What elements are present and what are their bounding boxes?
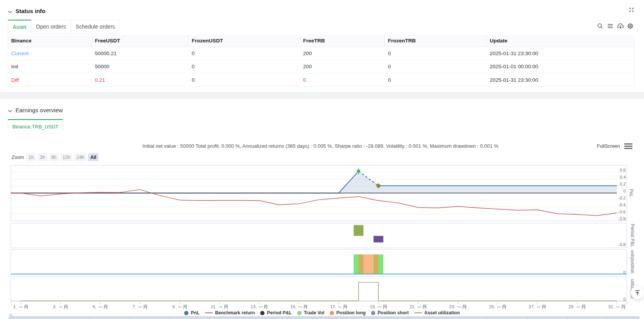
legend-label: Position long bbox=[336, 310, 366, 316]
chart-legend: PnLBenchmark returnPeriod P&LTrade VolPo… bbox=[0, 310, 644, 316]
svg-text:23.: 23. bbox=[449, 304, 456, 309]
arrow-up-to-top-icon bbox=[634, 290, 641, 296]
back-to-top-button[interactable] bbox=[631, 286, 644, 299]
legend-marker bbox=[414, 312, 422, 314]
svg-text:0: 0 bbox=[623, 189, 625, 193]
svg-text:0: 0 bbox=[623, 270, 625, 275]
legend-label: Benchmark return bbox=[215, 310, 255, 316]
svg-text:-0.8: -0.8 bbox=[619, 216, 626, 221]
x-axis-label-day-27: 27. bbox=[529, 304, 545, 309]
x-axis-label-day-15: 15. bbox=[290, 304, 307, 309]
svg-text:-0.2: -0.2 bbox=[619, 196, 626, 200]
svg-text:0.6: 0.6 bbox=[620, 168, 625, 172]
x-axis-label-day-21: 21. bbox=[410, 304, 426, 309]
chart-panel-1 bbox=[11, 223, 627, 248]
svg-text:0.4: 0.4 bbox=[620, 175, 625, 179]
legend-item-asset-utilization[interactable]: Asset utilization bbox=[414, 310, 460, 316]
period-pnl-bar-day19[interactable] bbox=[373, 236, 383, 243]
legend-item-position-short[interactable]: Position short bbox=[371, 310, 409, 316]
legend-marker bbox=[260, 311, 264, 315]
svg-text:-0.4: -0.4 bbox=[619, 203, 626, 207]
svg-text:9.: 9. bbox=[172, 304, 176, 309]
svg-text:21.: 21. bbox=[410, 304, 416, 309]
svg-text:-0.8: -0.8 bbox=[619, 242, 626, 247]
earnings-chart[interactable]: 0.60.40.20-0.2-0.4-0.6-0.8PnL-0.8Period … bbox=[0, 0, 644, 319]
legend-label: Period P&L bbox=[267, 310, 292, 316]
svg-text:29.: 29. bbox=[568, 304, 575, 309]
chart-panel-2 bbox=[11, 250, 627, 274]
legend-label: Trade Vol bbox=[304, 310, 324, 316]
svg-text:15.: 15. bbox=[290, 304, 297, 309]
svg-text:19.: 19. bbox=[370, 304, 376, 309]
x-axis-label-day-3: 3. bbox=[53, 304, 67, 309]
x-axis-label-day-31: 31. bbox=[608, 304, 625, 309]
svg-text:31.: 31. bbox=[608, 304, 614, 309]
svg-text:7.: 7. bbox=[132, 304, 136, 309]
position-long-bar[interactable] bbox=[359, 255, 378, 274]
x-axis-label-day-25: 25. bbox=[489, 304, 506, 309]
legend-marker bbox=[184, 311, 188, 315]
svg-text:5.: 5. bbox=[93, 304, 97, 309]
x-axis-label-day-9: 9. bbox=[172, 304, 186, 309]
x-axis-label-day-17: 17. bbox=[330, 304, 347, 309]
legend-item-period-p-l[interactable]: Period P&L bbox=[260, 310, 292, 316]
legend-item-benchmark-return[interactable]: Benchmark return bbox=[205, 310, 255, 316]
legend-item-position-long[interactable]: Position long bbox=[330, 310, 366, 316]
svg-text:11.: 11. bbox=[211, 304, 217, 309]
svg-text:-0.6: -0.6 bbox=[619, 209, 626, 214]
svg-text:0: 0 bbox=[623, 297, 625, 302]
legend-item-pnl[interactable]: PnL bbox=[184, 310, 200, 316]
x-axis-label-day-11: 11. bbox=[211, 304, 227, 309]
svg-text:1.: 1. bbox=[13, 304, 17, 309]
legend-marker bbox=[205, 312, 213, 314]
legend-marker bbox=[371, 311, 375, 315]
svg-text:13.: 13. bbox=[251, 304, 257, 309]
x-axis-label-day-5: 5. bbox=[93, 304, 107, 309]
legend-label: Asset utilization bbox=[424, 310, 460, 316]
legend-label: Position short bbox=[378, 310, 409, 316]
panel-title-pnl: PnL bbox=[629, 189, 634, 197]
x-axis-label-day-19: 19. bbox=[370, 304, 386, 309]
legend-marker bbox=[330, 311, 334, 315]
legend-label: PnL bbox=[191, 310, 200, 316]
x-axis-label-day-29: 29. bbox=[568, 304, 585, 309]
period-pnl-bar-day18[interactable] bbox=[354, 225, 364, 236]
x-axis-label-day-13: 13. bbox=[251, 304, 267, 309]
legend-item-trade-vol[interactable]: Trade Vol bbox=[297, 310, 324, 316]
svg-text:17.: 17. bbox=[330, 304, 336, 309]
svg-text:25.: 25. bbox=[489, 304, 495, 309]
svg-text:0.2: 0.2 bbox=[620, 182, 625, 186]
panel-title-period-pnl: Period P&L bbox=[630, 224, 635, 247]
chart-panel-3 bbox=[11, 277, 627, 301]
panel-title-vol-position: vol/position bbox=[630, 250, 635, 273]
x-axis-label-day-7: 7. bbox=[132, 304, 147, 309]
x-axis-label-day-1: 1. bbox=[13, 304, 27, 309]
svg-text:27.: 27. bbox=[529, 304, 535, 309]
svg-text:3.: 3. bbox=[53, 304, 57, 309]
legend-marker bbox=[297, 311, 302, 315]
x-axis-label-day-23: 23. bbox=[449, 304, 466, 309]
